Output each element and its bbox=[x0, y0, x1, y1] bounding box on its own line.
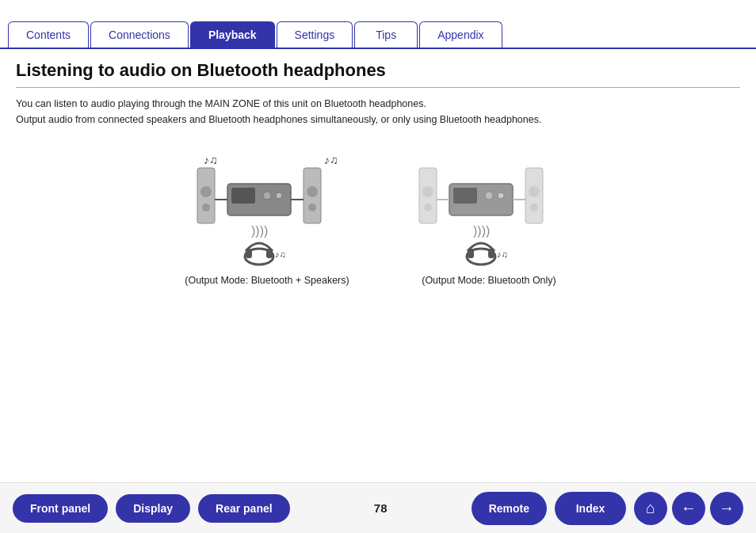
bottom-right-buttons: Remote Index ⌂ ← → bbox=[472, 492, 743, 525]
svg-point-27 bbox=[529, 186, 540, 197]
rear-panel-button[interactable]: Rear panel bbox=[198, 494, 290, 523]
svg-point-21 bbox=[424, 204, 432, 211]
tab-settings[interactable]: Settings bbox=[277, 21, 353, 48]
svg-point-20 bbox=[422, 186, 433, 197]
svg-point-9 bbox=[307, 186, 318, 197]
bottom-left-buttons: Front panel Display Rear panel bbox=[13, 494, 290, 523]
svg-rect-23 bbox=[453, 188, 477, 204]
tab-contents[interactable]: Contents bbox=[8, 21, 89, 48]
tab-tips[interactable]: Tips bbox=[354, 21, 418, 48]
home-button[interactable]: ⌂ bbox=[634, 492, 667, 525]
diagram2-label: (Output Mode: Bluetooth Only) bbox=[422, 275, 556, 286]
tab-playback[interactable]: Playback bbox=[190, 21, 275, 48]
svg-point-6 bbox=[263, 192, 271, 200]
svg-text:♪♫: ♪♫ bbox=[204, 154, 218, 166]
diagram-bluetooth-speakers: ♪♫ ♪♫ )))) bbox=[180, 140, 354, 286]
svg-text:♪♫: ♪♫ bbox=[324, 154, 338, 166]
index-button[interactable]: Index bbox=[555, 492, 626, 525]
nav-tabs: Contents Connections Playback Settings T… bbox=[0, 8, 756, 49]
svg-point-7 bbox=[276, 192, 282, 199]
description: You can listen to audio playing through … bbox=[16, 96, 740, 128]
back-button[interactable]: ← bbox=[672, 492, 705, 525]
diagram1-label: (Output Mode: Bluetooth + Speakers) bbox=[185, 275, 349, 286]
svg-text:)))): )))) bbox=[473, 224, 490, 238]
forward-button[interactable]: → bbox=[710, 492, 743, 525]
svg-point-24 bbox=[485, 192, 493, 200]
display-button[interactable]: Display bbox=[116, 494, 190, 523]
svg-point-2 bbox=[200, 186, 212, 197]
tab-appendix[interactable]: Appendix bbox=[419, 21, 502, 48]
diagram-bluetooth-only: )))) ♪♫ (Output Mode: Bluetooth Only) bbox=[402, 140, 576, 286]
svg-point-25 bbox=[498, 192, 504, 199]
svg-point-10 bbox=[308, 204, 316, 211]
page-number: 78 bbox=[374, 501, 388, 515]
front-panel-button[interactable]: Front panel bbox=[13, 494, 108, 523]
svg-text:♪♫: ♪♫ bbox=[497, 249, 508, 259]
svg-rect-5 bbox=[231, 188, 255, 204]
svg-text:♪♫: ♪♫ bbox=[275, 249, 286, 259]
diagram-svg-1: ♪♫ ♪♫ )))) bbox=[180, 140, 354, 267]
main-content: Listening to audio on Bluetooth headphon… bbox=[0, 49, 756, 294]
tab-connections[interactable]: Connections bbox=[90, 21, 189, 48]
icon-buttons: ⌂ ← → bbox=[634, 492, 743, 525]
diagram-svg-2: )))) ♪♫ bbox=[402, 140, 576, 267]
page-title: Listening to audio on Bluetooth headphon… bbox=[16, 60, 740, 88]
bottom-bar: Front panel Display Rear panel 78 Remote… bbox=[0, 482, 756, 533]
remote-button[interactable]: Remote bbox=[472, 492, 547, 525]
svg-text:)))): )))) bbox=[251, 224, 268, 238]
diagram-area: ♪♫ ♪♫ )))) bbox=[16, 140, 740, 286]
svg-point-28 bbox=[530, 204, 538, 211]
svg-point-3 bbox=[202, 204, 210, 211]
